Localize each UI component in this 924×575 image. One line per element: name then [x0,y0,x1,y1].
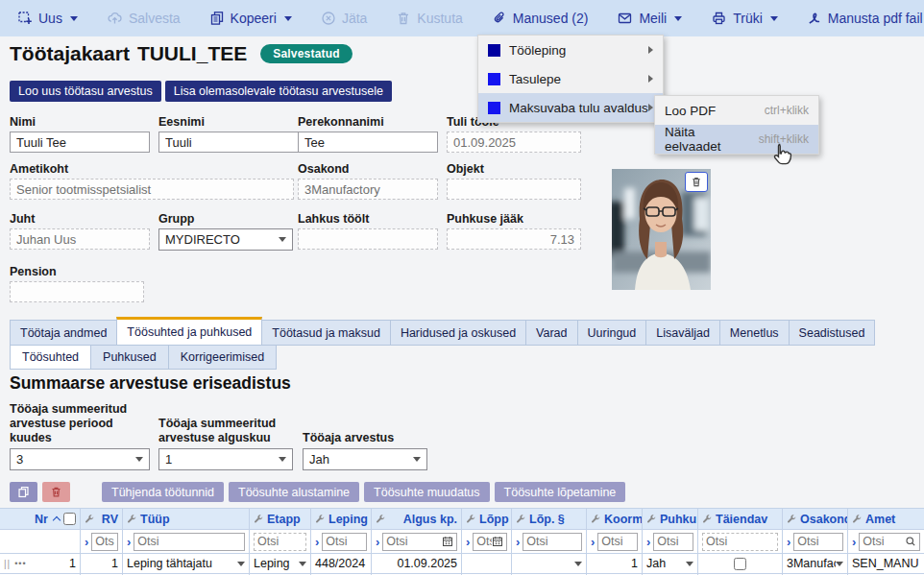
col-amet[interactable]: Amet [848,509,924,529]
expand-filter-icon[interactable]: › [85,535,88,549]
expand-filter-icon[interactable]: › [466,535,470,549]
cell-puhku[interactable]: Jah [643,554,698,573]
attachments-button[interactable]: Manused (2) [492,11,589,26]
cell-tyyp[interactable]: Leping tähtajatu [123,554,250,573]
subtab-toosuhted[interactable]: Töösuhted [10,345,91,370]
cell-lop-paragrahv[interactable] [512,554,587,573]
expand-filter-icon[interactable]: › [591,535,595,549]
submenu-item-loo-pdf[interactable]: Loo PDF ctrl+klikk [655,96,818,125]
create-payroll-button[interactable]: Loo uus töötasu arvestus [10,81,161,102]
grupp-select[interactable]: MYDIRECTO [158,228,293,251]
col-lop-paragrahv[interactable]: Lõp. § [512,509,587,529]
expand-filter-icon[interactable]: › [852,535,856,549]
menu-item-maksuvaba-tulu-avaldus[interactable]: Maksuvaba tulu avaldus [478,93,663,122]
subtab-korrigeerimised[interactable]: Korrigeerimised [168,345,278,370]
tab-uuringud[interactable]: Uuringud [577,320,647,346]
wrench-icon[interactable] [787,514,797,524]
wrench-icon[interactable] [591,514,601,524]
col-leping[interactable]: Leping [311,509,372,529]
menu-item-tasulepe[interactable]: Tasulepe [478,64,663,93]
table-row[interactable]: ||•••1 1 Leping tähtajatu Leping 448/202… [0,554,924,574]
osakond-filter-input[interactable] [797,535,839,548]
arvestus-select[interactable]: Jah [303,448,427,470]
eesnimi-input[interactable] [158,132,299,153]
wrench-icon[interactable] [254,514,264,524]
puhku-filter-input[interactable] [657,535,690,548]
copy-button[interactable]: Kopeeri [209,11,292,26]
menu-item-tooleping[interactable]: Tööleping [478,36,663,64]
row-menu-icon[interactable]: ••• [14,559,26,568]
col-rv[interactable]: RV [81,509,123,529]
caret-down-icon[interactable] [770,16,778,21]
tab-haridused-ja-oskused[interactable]: Haridused ja oskused [390,320,526,346]
expand-filter-icon[interactable]: › [376,535,379,549]
koorm-filter-input[interactable] [601,535,634,548]
wrench-icon[interactable] [852,514,863,524]
col-etapp[interactable]: Etapp [250,509,311,529]
change-employment-button[interactable]: Töösuhte muudatus [364,482,490,502]
expand-filter-icon[interactable]: › [315,535,319,549]
tab-tootasud-ja-maksud[interactable]: Töötasud ja maksud [261,320,391,346]
col-lopp[interactable]: Lõpp [462,509,512,529]
lop-filter-input[interactable] [526,535,578,548]
nimi-input[interactable] [10,132,150,153]
tab-toosuhted-ja-puhkused[interactable]: Töösuhted ja puhkused [116,317,262,346]
cell-amet[interactable]: SEN_MANU [848,554,924,573]
clear-hours-button[interactable]: Tühjenda töötunnid [102,482,224,502]
caret-down-icon[interactable] [70,16,78,21]
delete-photo-button[interactable] [685,172,708,192]
expand-filter-icon[interactable]: › [646,535,650,549]
taiendav-filter-input[interactable] [706,535,774,548]
amet-filter-input[interactable] [863,535,905,548]
leping-filter-input[interactable] [326,535,363,548]
print-button[interactable]: Trüki [711,11,778,26]
col-algus-kp[interactable]: Algus kp. [372,509,462,529]
col-taiendav[interactable]: Täiendav [698,509,783,529]
start-employment-button[interactable]: Töösuhte alustamine [229,482,359,502]
col-tyyp[interactable]: Tüüp [123,509,250,529]
wrench-icon[interactable] [315,514,326,524]
tab-seadistused[interactable]: Seadistused [789,320,876,346]
wrench-icon[interactable] [702,514,713,524]
sort-asc-icon[interactable] [53,516,61,524]
lopp-filter-input[interactable] [476,535,492,548]
discard-button[interactable]: Jäta [321,11,367,26]
algus-filter-input[interactable] [386,535,442,548]
copy-row-button[interactable] [10,482,37,502]
wrench-icon[interactable] [85,514,95,524]
add-to-payroll-button[interactable]: Lisa olemasolevale töötasu arvestusele [165,81,392,102]
wrench-icon[interactable] [376,514,386,524]
cell-algus-kp[interactable]: 01.09.2025 [372,554,462,573]
alguskuu-select[interactable]: 1 [158,448,293,470]
email-button[interactable]: Meili [617,11,682,26]
delete-button[interactable]: Kustuta [396,11,462,26]
end-employment-button[interactable]: Töösuhte lõpetamine [495,482,626,502]
cell-rv[interactable]: 1 [81,554,123,573]
col-osakond[interactable]: Osakond [783,509,848,529]
perekonnanimi-input[interactable] [298,132,438,153]
save-button[interactable]: Salvesta [107,11,181,26]
tab-varad[interactable]: Varad [525,320,577,346]
etapp-filter-input[interactable] [257,535,303,548]
select-all-checkbox[interactable] [63,513,76,525]
cell-osakond[interactable]: 3Manufactory [783,554,848,573]
calendar-icon[interactable] [442,536,453,547]
wrench-icon[interactable] [516,514,526,524]
col-puhku[interactable]: Puhku [643,509,698,529]
delete-row-button[interactable] [42,482,70,502]
wrench-icon[interactable] [646,514,657,524]
search-icon[interactable] [905,536,916,547]
col-koorm[interactable]: Koorm [587,509,643,529]
tyyp-filter-input[interactable] [137,535,241,548]
submenu-item-naita-eelvaadet[interactable]: Näita eelvaadet shift+klikk [655,125,818,154]
wrench-icon[interactable] [127,514,137,524]
drag-handle-icon[interactable]: || [4,559,11,569]
tab-lisavaljad[interactable]: Lisaväljad [645,320,720,346]
cell-koorm[interactable]: 1 [587,554,643,573]
tab-tootaja-andmed[interactable]: Töötaja andmed [10,320,117,346]
tab-menetlus[interactable]: Menetlus [719,320,790,346]
wrench-icon[interactable] [466,514,476,524]
expand-filter-icon[interactable]: › [787,535,790,549]
periood-select[interactable]: 3 [10,448,150,470]
expand-filter-icon[interactable]: › [127,535,131,549]
